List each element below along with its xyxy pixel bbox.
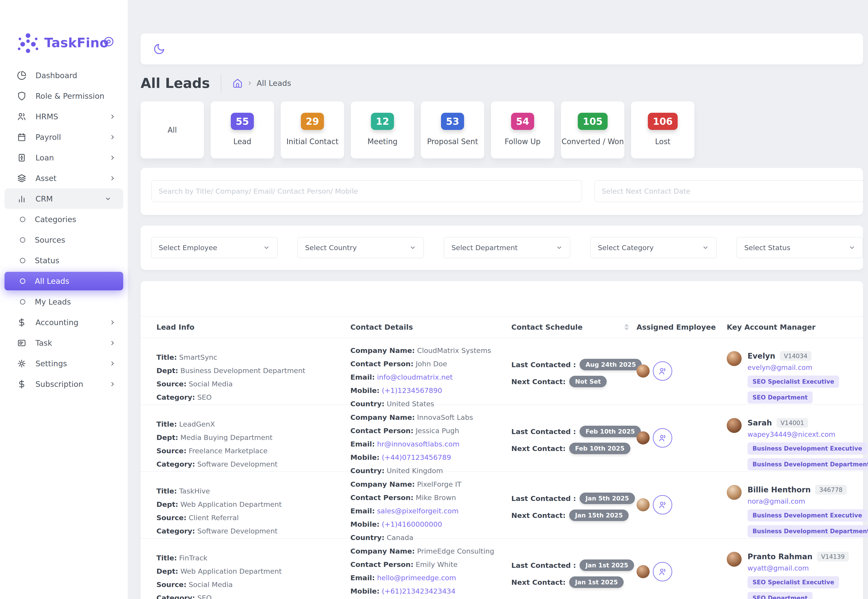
assign-employee-button[interactable] <box>653 428 672 448</box>
calculator-icon <box>17 153 26 163</box>
sidebar-item-settings[interactable]: Settings <box>0 353 128 374</box>
mobile-link[interactable]: (+44)07123456789 <box>382 453 451 461</box>
email-link[interactable]: sales@pixelforgeit.com <box>377 507 459 515</box>
field-label: Mobile: <box>350 587 380 595</box>
field-label: Next Contact: <box>511 511 565 519</box>
status-card[interactable]: 53 Proposal Sent <box>421 101 484 158</box>
assigned-employee-cell <box>636 539 727 581</box>
assign-employee-button[interactable] <box>653 495 672 515</box>
manager-email-link[interactable]: nora@gmail.com <box>747 497 868 505</box>
chevron-right-icon <box>109 175 116 182</box>
sidebar-item-hrms[interactable]: HRMS <box>0 106 128 127</box>
dark-mode-moon-icon[interactable] <box>153 43 165 55</box>
home-icon[interactable] <box>232 78 243 88</box>
status-card[interactable]: 12 Meeting <box>351 101 414 158</box>
assign-employee-button[interactable] <box>653 562 672 581</box>
sidebar-item-loan[interactable]: Loan <box>0 147 128 168</box>
sidebar-item-all-leads[interactable]: All Leads <box>5 272 123 290</box>
email-link[interactable]: hr@innovasoftlabs.com <box>377 440 460 448</box>
manager-role-badge: SEO Specialist Executive <box>747 376 839 388</box>
lead-dept: Media Buying Department <box>180 433 273 441</box>
chevron-down-icon <box>556 244 563 251</box>
email-link[interactable]: hello@primeedge.com <box>377 574 456 582</box>
filter-select[interactable]: Select Department <box>444 237 570 258</box>
search-panel <box>140 168 863 215</box>
mobile-link[interactable]: (+1)4160000000 <box>382 520 442 528</box>
contact-person: Mike Brown <box>416 494 456 502</box>
sidebar-item-dashboard[interactable]: Dashboard <box>0 65 128 86</box>
chevron-down-icon <box>263 244 270 251</box>
select-value: Select Category <box>598 244 654 252</box>
status-card[interactable]: 105 Converted / Won <box>561 101 624 158</box>
sidebar-item-task[interactable]: Task <box>0 333 128 353</box>
sidebar-item-status[interactable]: Status <box>0 250 128 271</box>
next-contact-date-input[interactable] <box>594 180 863 202</box>
manager-id-badge: V14139 <box>817 552 848 561</box>
mobile-link[interactable]: (+61)213423423434 <box>382 587 455 595</box>
page-title: All Leads <box>140 75 210 91</box>
company-name: InnovaSoft Labs <box>417 413 473 421</box>
contact-schedule-cell: Last Contacted : Feb 10th 2025 Next Cont… <box>511 405 636 460</box>
sidebar-collapse-icon[interactable] <box>103 36 115 47</box>
sidebar-item-my-leads[interactable]: My Leads <box>0 292 128 312</box>
filter-select[interactable]: Select Status <box>737 237 863 258</box>
chevron-right-icon <box>109 340 116 346</box>
manager-role-badge: SEO Specialist Executive <box>747 576 839 588</box>
bullet-icon <box>20 217 25 222</box>
sidebar-item-asset[interactable]: Asset <box>0 168 128 188</box>
field-label: Contact Person: <box>350 560 413 569</box>
users-icon <box>658 500 667 509</box>
sidebar-item-crm[interactable]: CRM <box>5 188 123 209</box>
status-count: 55 <box>236 116 249 127</box>
sidebar-item-payroll[interactable]: Payroll <box>0 127 128 147</box>
main-content: All Leads All Leads All 55 Lead 29 Initi… <box>128 0 868 599</box>
lead-category: Software Development <box>197 527 277 535</box>
mobile-link[interactable]: (+1)1234567890 <box>382 386 442 394</box>
lead-info-cell: Title: TaskHive Dept: Web Application De… <box>157 472 350 538</box>
contact-details-cell: Company Name: CloudMatrix Systems Contac… <box>350 338 511 411</box>
manager-department-badge: Business Development Department <box>747 458 868 470</box>
page-header: All Leads All Leads <box>140 74 868 92</box>
sort-icon[interactable] <box>624 324 629 330</box>
sidebar-item-sources[interactable]: Sources <box>0 230 128 250</box>
status-card[interactable]: All <box>140 101 204 158</box>
field-label: Last Contacted : <box>511 561 576 569</box>
select-value: Select Status <box>744 244 790 252</box>
manager-email-link[interactable]: wapey34449@nicext.com <box>747 430 868 438</box>
sidebar-item-label: Accounting <box>36 318 78 327</box>
field-label: Title: <box>157 487 177 495</box>
status-card[interactable]: 55 Lead <box>211 101 274 158</box>
filter-select[interactable]: Select Country <box>297 237 424 258</box>
manager-email-link[interactable]: evelyn@gmail.com <box>747 364 839 372</box>
chevron-right-icon <box>109 319 116 326</box>
key-account-manager-cell: Evelyn V14034 evelyn@gmail.com SEO Speci… <box>727 338 863 407</box>
status-card[interactable]: 29 Initial Contact <box>281 101 344 158</box>
manager-email-link[interactable]: wyatt@gmail.com <box>747 564 849 572</box>
assigned-employee-avatar <box>636 431 649 444</box>
lead-source: Social Media <box>189 380 233 388</box>
contact-person: Emily White <box>416 560 458 569</box>
filter-select[interactable]: Select Category <box>590 237 717 258</box>
sidebar-item-subscription[interactable]: Subscription <box>0 374 128 394</box>
chevron-down-icon <box>848 244 855 251</box>
manager-role-badge: Business Development Executive <box>747 442 867 455</box>
status-card[interactable]: 106 Lost <box>631 101 695 158</box>
filter-select[interactable]: Select Employee <box>151 237 277 258</box>
sidebar: TaskFino Dashboard Role & Permission HRM… <box>0 0 128 599</box>
status-count: 29 <box>306 116 319 127</box>
status-label: Initial Contact <box>286 137 338 146</box>
sidebar-item-accounting[interactable]: Accounting <box>0 312 128 333</box>
sidebar-item-role-permission[interactable]: Role & Permission <box>0 86 128 106</box>
last-contacted-badge: Feb 10th 2025 <box>580 426 641 437</box>
column-header-contact-schedule: Contact Schedule <box>511 323 636 331</box>
search-input[interactable] <box>151 180 582 202</box>
table-row: Title: FinTrack Dept: Web Application De… <box>140 539 863 599</box>
status-card[interactable]: 54 Follow Up <box>491 101 554 158</box>
field-label: Category: <box>157 460 195 468</box>
last-contacted-badge: Jan 1st 2025 <box>580 560 634 571</box>
assign-employee-button[interactable] <box>653 361 672 381</box>
chevron-down-icon <box>105 196 112 202</box>
sidebar-item-categories[interactable]: Categories <box>0 209 128 230</box>
sidebar-nav: Dashboard Role & Permission HRMS Payroll… <box>0 65 128 394</box>
email-link[interactable]: info@cloudmatrix.net <box>377 373 453 381</box>
